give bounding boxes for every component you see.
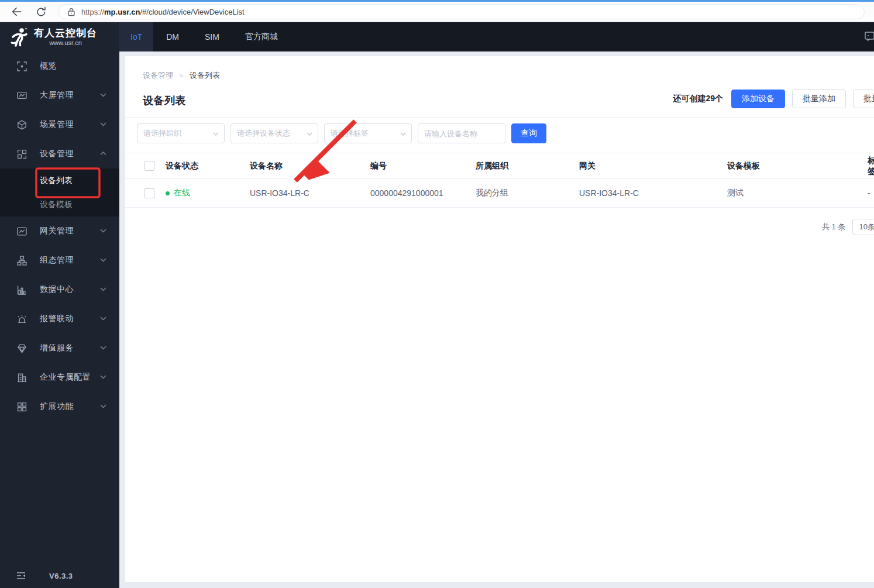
four-squares-icon <box>17 402 27 412</box>
add-device-button[interactable]: 添加设备 <box>731 90 785 108</box>
browser-refresh-button[interactable] <box>33 4 49 19</box>
sidebar-item-overview[interactable]: 概览 <box>0 51 119 81</box>
device-table: 设备状态 设备名称 编号 所属组织 网关 设备模板 标签 在线 USR-IO34… <box>125 153 874 208</box>
table-row: 在线 USR-IO34-LR-C 0000004291000001 我的分组 U… <box>125 179 874 208</box>
message-panel-icon[interactable] <box>865 31 874 43</box>
chevron-down-icon <box>100 375 106 379</box>
row-checkbox[interactable] <box>144 188 154 198</box>
sidebar-footer: V6.3.3 <box>0 563 119 588</box>
content-card: 设备管理 ＞ 设备列表 设备列表 还可创建29个 添加设备 批量添加 批量导入 … <box>125 56 874 582</box>
col-header-number: 编号 <box>370 161 476 171</box>
org-select[interactable]: 请选择组织 <box>137 123 225 143</box>
sidebar-subitem-device-list[interactable]: 设备列表 <box>0 169 119 192</box>
gem-shield-icon <box>17 343 27 353</box>
scene-cube-icon <box>17 120 27 130</box>
version-label: V6.3.3 <box>49 572 73 580</box>
chevron-down-icon <box>100 258 106 262</box>
brand-logo-area[interactable]: 有人云控制台 www.usr.cn <box>0 22 119 51</box>
device-tags-cell: - <box>868 188 874 198</box>
top-nav-tabs: IoT DM SIM 官方商城 <box>119 22 291 51</box>
refresh-icon <box>35 6 47 18</box>
chevron-down-icon <box>100 317 106 321</box>
bar-chart-icon <box>17 285 27 295</box>
device-grid-icon <box>17 149 27 159</box>
col-header-template: 设备模板 <box>727 161 868 171</box>
scada-nodes-icon <box>17 256 27 266</box>
chevron-down-icon <box>400 132 406 136</box>
building-icon <box>17 373 27 383</box>
tag-select[interactable]: 请选择标签 <box>324 123 412 143</box>
sidebar-item-device-mgmt[interactable]: 设备管理 <box>0 139 119 169</box>
device-status-select[interactable]: 请选择设备状态 <box>230 123 318 143</box>
sidebar-subitem-device-template[interactable]: 设备模板 <box>0 192 119 216</box>
sidebar-item-value-added-services[interactable]: 增值服务 <box>0 333 119 363</box>
browser-back-button[interactable] <box>9 4 24 19</box>
sidebar-item-alarm-linkage[interactable]: 报警联动 <box>0 304 119 333</box>
chevron-down-icon <box>100 346 106 350</box>
lock-icon <box>67 8 75 16</box>
chevron-down-icon <box>100 122 106 126</box>
nav-tab-sim[interactable]: SIM <box>192 22 232 51</box>
page-title: 设备列表 <box>143 94 186 108</box>
collapse-sidebar-icon[interactable] <box>16 572 26 580</box>
sidebar-item-scene-mgmt[interactable]: 场景管理 <box>0 110 119 139</box>
brand-subtitle: www.usr.cn <box>49 39 82 47</box>
sidebar-item-extended-functions[interactable]: 扩展功能 <box>0 392 119 421</box>
sidebar-item-screen-mgmt[interactable]: 大屏管理 <box>0 81 119 110</box>
sidebar-item-scada-mgmt[interactable]: 组态管理 <box>0 246 119 275</box>
chevron-down-icon <box>213 132 219 136</box>
device-number-cell: 0000004291000001 <box>370 188 476 198</box>
breadcrumb: 设备管理 ＞ 设备列表 <box>143 70 220 81</box>
search-button[interactable]: 查询 <box>511 123 546 143</box>
device-org-cell: 我的分组 <box>476 188 579 198</box>
alarm-siren-icon <box>17 314 27 324</box>
device-gateway-cell: USR-IO34-LR-C <box>579 188 727 198</box>
nav-tab-dm[interactable]: DM <box>153 22 192 51</box>
device-status-cell: 在线 <box>166 188 250 198</box>
sidebar-item-gateway-mgmt[interactable]: 网关管理 <box>0 216 119 246</box>
total-count-label: 共 1 条 <box>822 222 845 232</box>
chevron-up-icon <box>100 152 106 156</box>
device-template-cell: 测试 <box>727 188 868 198</box>
online-status-dot-icon <box>166 191 170 195</box>
select-all-checkbox[interactable] <box>144 161 154 171</box>
filter-bar: 请选择组织 请选择设备状态 请选择标签 查询 <box>137 123 546 143</box>
col-header-tags: 标签 <box>868 156 874 177</box>
batch-import-button[interactable]: 批量导入 <box>853 90 874 108</box>
device-name-input[interactable] <box>418 123 505 143</box>
table-header-row: 设备状态 设备名称 编号 所属组织 网关 设备模板 标签 <box>125 153 874 179</box>
app-navbar: 有人云控制台 www.usr.cn IoT DM SIM 官方商城 <box>0 22 874 51</box>
col-header-name: 设备名称 <box>250 161 370 171</box>
browser-toolbar: https://mp.usr.cn/#/cloud/device/ViewDev… <box>0 2 874 22</box>
col-header-org: 所属组织 <box>476 161 579 171</box>
quota-remaining-label: 还可创建29个 <box>673 94 723 104</box>
url-text: https://mp.usr.cn/#/cloud/device/ViewDev… <box>81 8 245 16</box>
usr-runner-logo-icon <box>9 27 29 47</box>
sidebar: 概览 大屏管理 场景管理 设备管理 设备列表 设备模板 网关管理 <box>0 51 119 588</box>
browser-address-bar[interactable]: https://mp.usr.cn/#/cloud/device/ViewDev… <box>59 4 865 19</box>
nav-tab-iot[interactable]: IoT <box>119 22 153 51</box>
chevron-down-icon <box>100 93 106 97</box>
breadcrumb-separator-icon: ＞ <box>178 71 185 81</box>
nav-tab-official-mall[interactable]: 官方商城 <box>232 22 291 51</box>
sidebar-item-enterprise-config[interactable]: 企业专属配置 <box>0 363 119 392</box>
device-mgmt-submenu: 设备列表 设备模板 <box>0 169 119 216</box>
chevron-down-icon <box>307 132 312 136</box>
chevron-down-icon <box>100 287 106 291</box>
breadcrumb-device-mgmt[interactable]: 设备管理 <box>143 70 173 81</box>
big-screen-icon <box>17 91 27 101</box>
batch-add-button[interactable]: 批量添加 <box>792 90 846 108</box>
header-controls: 还可创建29个 添加设备 批量添加 批量导入 <box>673 90 874 108</box>
header-divider <box>125 117 874 118</box>
gateway-chart-icon <box>17 226 27 236</box>
col-header-status: 设备状态 <box>166 161 250 171</box>
brand-title: 有人云控制台 <box>34 27 97 39</box>
chevron-down-icon <box>100 229 106 233</box>
chevron-down-icon <box>100 404 106 408</box>
back-arrow-icon <box>10 5 23 18</box>
breadcrumb-device-list: 设备列表 <box>190 70 220 81</box>
col-header-gateway: 网关 <box>579 161 727 171</box>
page-size-select[interactable]: 10条/页 <box>852 219 874 235</box>
sidebar-item-data-center[interactable]: 数据中心 <box>0 275 119 304</box>
overview-icon <box>17 61 27 71</box>
